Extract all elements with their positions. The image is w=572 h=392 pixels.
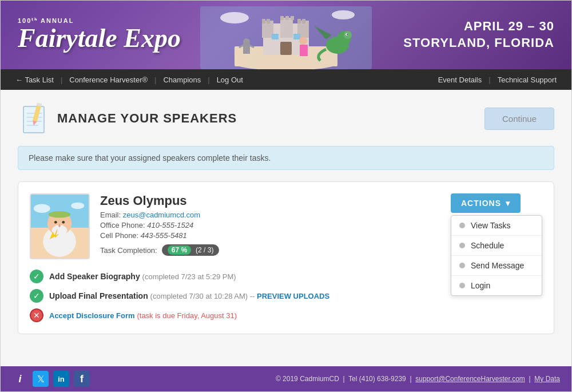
task-error-icon: ✕: [30, 308, 43, 322]
main-content: MANAGE YOUR SPEAKERS Continue Please mak…: [1, 90, 571, 366]
nav-technical-support[interactable]: Technical Support: [492, 76, 562, 84]
linkedin-icon[interactable]: in: [53, 371, 69, 387]
facebook-icon[interactable]: f: [74, 371, 90, 387]
footer-copyright: © 2019 CadmiumCD: [276, 375, 339, 383]
svg-rect-8: [267, 19, 270, 23]
speaker-office-phone: 410-555-1524: [147, 221, 193, 229]
svg-rect-11: [280, 16, 284, 20]
action-send-message[interactable]: Send Message: [451, 256, 542, 276]
banner-date: April 29 – 30: [403, 18, 554, 35]
action-dot: [459, 223, 465, 228]
svg-rect-28: [300, 45, 308, 56]
action-view-tasks-label: View Tasks: [471, 221, 511, 230]
svg-rect-14: [280, 42, 292, 55]
info-icon[interactable]: i: [12, 371, 28, 387]
nav-conference-harvester[interactable]: Conference Harvester®: [63, 76, 153, 84]
action-login[interactable]: Login: [451, 276, 542, 295]
action-dot: [459, 263, 465, 268]
banner-date-location: April 29 – 30 Storyland, Florida: [403, 18, 554, 51]
nav-bar: ← Task List | Conference Harvester® | Ch…: [1, 69, 571, 90]
nav-left: ← Task List | Conference Harvester® | Ch…: [10, 76, 432, 84]
svg-point-49: [34, 204, 50, 213]
office-label: Office Phone:: [100, 221, 145, 229]
svg-rect-6: [280, 18, 293, 38]
footer-icons: i 𝕏 in f: [12, 371, 90, 387]
task-completion-label: Task Completion:: [100, 246, 157, 255]
footer: i 𝕏 in f © 2019 CadmiumCD | Tel (410) 63…: [1, 366, 571, 391]
svg-point-44: [49, 211, 70, 218]
nav-task-list[interactable]: ← Task List: [10, 76, 59, 84]
email-label: Email:: [100, 211, 121, 219]
task-badge: 67 % (2 / 3): [162, 244, 220, 256]
actions-area: ACTIONS ▾ View Tasks Schedule Send Messa…: [451, 193, 542, 296]
action-view-tasks[interactable]: View Tasks: [451, 216, 542, 236]
disclosure-form-link[interactable]: Accept Disclosure Form: [49, 311, 135, 320]
footer-text: © 2019 CadmiumCD | Tel (410) 638-9239 | …: [276, 375, 560, 383]
nav-logout[interactable]: Log Out: [211, 76, 249, 84]
task-name-presentation: Upload Final Presentation: [49, 291, 148, 300]
continue-button[interactable]: Continue: [484, 108, 554, 130]
preview-uploads-link[interactable]: PREVIEW UPLOADS: [257, 292, 329, 300]
svg-rect-10: [302, 19, 305, 23]
speaker-email[interactable]: zeus@cadmiumcd.com: [123, 211, 200, 219]
svg-point-27: [299, 37, 307, 45]
svg-point-47: [58, 224, 61, 227]
svg-point-30: [332, 10, 355, 19]
task-meta-presentation: (completed 7/30 at 10:28 AM) --: [150, 292, 257, 300]
svg-rect-15: [272, 34, 279, 39]
nav-champions[interactable]: Champions: [157, 76, 206, 84]
svg-point-46: [62, 221, 65, 224]
speaker-card: Zeus Olympus Email: zeus@cadmiumcd.com O…: [18, 181, 554, 334]
task-count: (2 / 3): [196, 246, 213, 254]
footer-mydata[interactable]: My Data: [534, 375, 560, 383]
action-dot: [459, 243, 465, 248]
footer-email[interactable]: support@ConferenceHarvester.com: [415, 375, 525, 383]
task-meta-biography: (completed 7/23 at 5:29 PM): [142, 272, 236, 281]
footer-phone: Tel (410) 638-9239: [348, 375, 406, 383]
svg-rect-12: [285, 16, 289, 20]
actions-button[interactable]: ACTIONS ▾: [451, 193, 521, 213]
banner-illustration: [200, 6, 372, 69]
banner-location: Storyland, Florida: [403, 35, 554, 52]
action-schedule[interactable]: Schedule: [451, 236, 542, 256]
banner: 100ᵗʰ Annual Fairytale Expo: [1, 1, 571, 69]
svg-point-21: [347, 34, 348, 35]
action-login-label: Login: [471, 281, 490, 290]
pencil-icon: [18, 101, 49, 136]
actions-dropdown: View Tasks Schedule Send Message Login: [451, 215, 542, 296]
speaker-cell-phone: 443-555-5481: [141, 231, 187, 240]
chevron-down-icon: ▾: [506, 199, 510, 208]
info-alert-text: Please make sure that your assigned spea…: [29, 153, 271, 163]
svg-rect-16: [293, 34, 300, 39]
svg-point-29: [220, 12, 249, 23]
speaker-avatar: [30, 193, 90, 259]
info-alert: Please make sure that your assigned spea…: [18, 146, 554, 170]
task-name-biography: Add Speaker Biography: [49, 272, 140, 281]
svg-rect-7: [262, 19, 265, 23]
banner-title: Fairytale Expo: [18, 24, 181, 53]
cell-label: Cell Phone:: [100, 231, 138, 240]
action-send-message-label: Send Message: [471, 261, 524, 270]
task-pct: 67 %: [168, 246, 191, 255]
page-title: MANAGE YOUR SPEAKERS: [57, 111, 237, 126]
svg-point-19: [344, 31, 352, 39]
task-item-disclosure: ✕ Accept Disclosure Form (task is due Fr…: [30, 308, 542, 322]
banner-left: 100ᵗʰ Annual Fairytale Expo: [18, 17, 181, 53]
nav-right: Event Details | Technical Support: [432, 76, 562, 84]
svg-rect-13: [291, 16, 294, 20]
page-header: MANAGE YOUR SPEAKERS Continue: [18, 101, 554, 136]
actions-button-label: ACTIONS: [461, 199, 501, 208]
action-schedule-label: Schedule: [471, 241, 504, 250]
svg-rect-9: [297, 19, 301, 23]
task-complete-icon: ✓: [30, 270, 43, 283]
task-due-disclosure: (task is due Friday, August 31): [137, 311, 237, 320]
action-dot: [459, 283, 465, 288]
svg-point-45: [54, 221, 57, 224]
nav-event-details[interactable]: Event Details: [432, 76, 488, 84]
svg-point-50: [71, 203, 84, 209]
page-header-left: MANAGE YOUR SPEAKERS: [18, 101, 237, 136]
banner-annual: 100ᵗʰ Annual: [18, 17, 181, 24]
task-complete-icon-2: ✓: [30, 289, 43, 303]
twitter-icon[interactable]: 𝕏: [33, 371, 49, 387]
